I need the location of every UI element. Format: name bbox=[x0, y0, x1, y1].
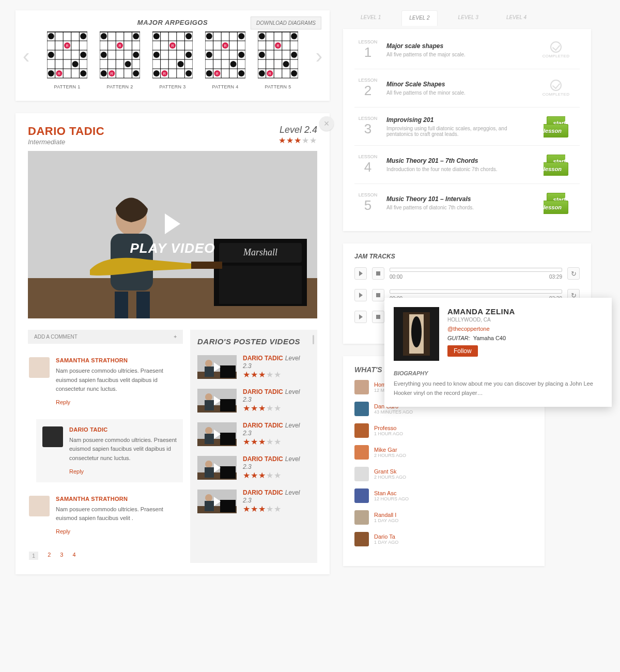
reply-link[interactable]: Reply bbox=[56, 528, 70, 534]
bio-heading: BIOGRAPHY bbox=[394, 370, 602, 376]
profile-handle[interactable]: @thecoppertone bbox=[447, 326, 515, 332]
svg-text:R: R bbox=[118, 44, 121, 48]
svg-text:R: R bbox=[216, 72, 219, 75]
svg-text:R: R bbox=[276, 44, 279, 48]
avatar bbox=[354, 402, 369, 416]
svg-rect-170 bbox=[205, 501, 214, 511]
comment-author[interactable]: SAMANTHA STRATHORN bbox=[56, 357, 178, 363]
track-loop-button[interactable] bbox=[567, 267, 580, 280]
svg-point-20 bbox=[48, 52, 54, 58]
diagram-pattern-3[interactable]: A3M6M6A3RRPATTERN 3 bbox=[152, 32, 193, 89]
track-play-button[interactable] bbox=[354, 311, 367, 323]
svg-point-97 bbox=[206, 33, 212, 39]
tab-level-1[interactable]: LEVEL 1 bbox=[353, 10, 388, 26]
tab-level-4[interactable]: LEVEL 4 bbox=[499, 10, 534, 26]
svg-point-104 bbox=[206, 70, 212, 77]
page-1: 1 bbox=[29, 552, 38, 560]
avatar bbox=[354, 510, 369, 525]
lesson-row: LESSON5 Music Theory 101 – IntervalsAll … bbox=[354, 184, 580, 222]
rating-stars: ★★★★★ bbox=[243, 403, 310, 413]
posted-video-item[interactable]: DARIO TADICLevel 2.3 ★★★★★ bbox=[197, 455, 310, 480]
start-lesson-button[interactable]: start lesson bbox=[544, 116, 568, 138]
activity-item[interactable]: Randall I 1 DAY AGO bbox=[354, 510, 533, 525]
svg-point-26 bbox=[80, 70, 86, 77]
rating-stars: ★★★★★ bbox=[243, 470, 310, 480]
jam-heading: JAM TRACKS bbox=[354, 253, 580, 260]
track-stop-button[interactable] bbox=[372, 311, 384, 323]
lesson-row: LESSON3 Improvising 201Improvising using… bbox=[354, 108, 580, 146]
rating-stars: ★★★★★ bbox=[278, 135, 317, 145]
tab-level-2[interactable]: LEVEL 2 bbox=[401, 10, 437, 26]
diagram-carousel: ‹ › MAJOR ARPEGIGOS DOWNLOAD DIAGRAMS A3… bbox=[16, 10, 330, 101]
page-3[interactable]: 3 bbox=[60, 552, 63, 560]
svg-point-53 bbox=[133, 70, 139, 77]
diagram-pattern-4[interactable]: A3M6M6A3RRPATTERN 4 bbox=[205, 32, 245, 89]
tab-level-3[interactable]: LEVEL 3 bbox=[451, 10, 486, 26]
diagram-pattern-5[interactable]: A3M6M6A3RRPATTERN 5 bbox=[258, 32, 298, 89]
avatar bbox=[354, 532, 369, 546]
activity-item[interactable]: Grant Sk 2 HOURS AGO bbox=[354, 467, 533, 481]
artist-level-label: Intermediate bbox=[28, 138, 104, 146]
activity-item[interactable]: Stan Asc 12 HOURS AGO bbox=[354, 488, 533, 503]
diagram-pattern-1[interactable]: A3M6M6A3RRPATTERN 1 bbox=[47, 32, 87, 89]
svg-point-107 bbox=[238, 70, 244, 77]
svg-point-102 bbox=[238, 52, 244, 58]
posted-video-item[interactable]: DARIO TADICLevel 2.3 ★★★★★ bbox=[197, 421, 310, 447]
svg-point-50 bbox=[101, 70, 107, 77]
track-progress[interactable] bbox=[390, 268, 562, 272]
track-progress[interactable] bbox=[390, 289, 562, 294]
svg-text:R: R bbox=[58, 72, 60, 75]
comment-text: Nam posuere commodo ultricies. Praesent … bbox=[69, 436, 177, 463]
svg-point-154 bbox=[205, 393, 212, 401]
carousel-next[interactable]: › bbox=[316, 44, 322, 67]
activity-item[interactable]: Professo 1 HOUR AGO bbox=[354, 423, 533, 438]
carousel-prev[interactable]: ‹ bbox=[23, 44, 29, 67]
svg-rect-158 bbox=[220, 433, 236, 445]
track-play-button[interactable] bbox=[354, 289, 367, 301]
comment-item: SAMANTHA STRATHORN Nam posuere commodo u… bbox=[28, 495, 183, 536]
posted-videos-panel: DARIO'S POSTED VIDEOS DARIO TADICLevel 2… bbox=[190, 330, 317, 563]
posted-video-item[interactable]: DARIO TADICLevel 2.3 ★★★★★ bbox=[197, 488, 310, 514]
svg-text:R: R bbox=[269, 72, 271, 75]
track-play-button[interactable] bbox=[354, 267, 367, 280]
diagram-pattern-2[interactable]: A3M6M6A3RRPATTERN 2 bbox=[100, 32, 140, 89]
reply-link[interactable]: Reply bbox=[56, 399, 70, 405]
page-2[interactable]: 2 bbox=[48, 552, 51, 560]
posted-video-item[interactable]: DARIO TADICLevel 2.3 ★★★★★ bbox=[197, 354, 310, 379]
rating-stars: ★★★★★ bbox=[243, 437, 310, 447]
comment-author[interactable]: DARIO TADIC bbox=[69, 426, 177, 433]
svg-text:R: R bbox=[163, 72, 166, 75]
posted-video-item[interactable]: DARIO TADICLevel 2.3 ★★★★★ bbox=[197, 388, 310, 413]
svg-point-174 bbox=[411, 316, 422, 347]
activity-item[interactable]: Mike Gar 2 HOURS AGO bbox=[354, 445, 533, 460]
start-lesson-button[interactable]: start lesson bbox=[544, 193, 568, 214]
svg-point-71 bbox=[185, 33, 192, 39]
svg-rect-165 bbox=[205, 467, 214, 478]
comment-author[interactable]: SAMANTHA STRATHORN bbox=[56, 496, 178, 502]
follow-button[interactable]: Follow bbox=[447, 345, 478, 357]
start-lesson-button[interactable]: start lesson bbox=[544, 155, 568, 176]
svg-point-70 bbox=[153, 33, 160, 39]
svg-point-101 bbox=[206, 52, 212, 58]
track-stop-button[interactable] bbox=[372, 267, 384, 280]
comment-text: Nam posuere commodo ultricies. Praesent … bbox=[56, 366, 178, 394]
add-comment-input[interactable]: ADD A COMMENT + bbox=[28, 330, 183, 344]
play-video-label: PLAY VIDEO bbox=[130, 240, 215, 256]
download-diagrams-button[interactable]: DOWNLOAD DIAGRAMS bbox=[251, 17, 321, 29]
svg-point-103 bbox=[230, 61, 237, 67]
page-4[interactable]: 4 bbox=[72, 552, 75, 560]
track-stop-button[interactable] bbox=[372, 289, 384, 301]
svg-point-134 bbox=[291, 70, 297, 77]
video-hero[interactable]: Marshall PLAY VIDEO bbox=[28, 151, 317, 318]
video-thumbnail bbox=[197, 422, 237, 446]
svg-point-128 bbox=[259, 52, 265, 58]
svg-text:R: R bbox=[66, 44, 68, 48]
svg-rect-160 bbox=[205, 434, 214, 444]
svg-point-75 bbox=[185, 52, 192, 58]
rating-stars: ★★★★★ bbox=[243, 370, 310, 379]
activity-item[interactable]: Dario Ta 1 DAY AGO bbox=[354, 532, 533, 546]
close-icon[interactable]: × bbox=[319, 116, 334, 131]
svg-rect-168 bbox=[220, 500, 236, 512]
reply-link[interactable]: Reply bbox=[69, 468, 84, 475]
svg-rect-150 bbox=[205, 366, 214, 377]
